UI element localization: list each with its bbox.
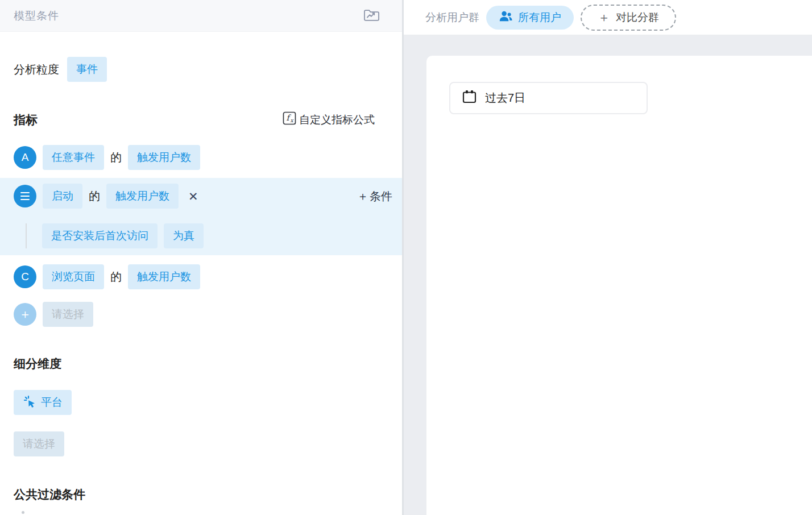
plus-icon: ＋ <box>19 308 31 321</box>
dimension-label: 平台 <box>41 395 63 410</box>
custom-formula-link[interactable]: f x 自定义指标公式 <box>283 111 375 128</box>
menu-icon <box>20 192 30 201</box>
folder-chart-icon <box>362 7 380 24</box>
plus-icon: ＋ <box>357 189 368 204</box>
panel-header: 模型条件 <box>0 0 402 32</box>
model-conditions-panel: 模型条件 分析粒度 事件 指标 <box>0 0 402 515</box>
condition-operator-tag[interactable]: 为真 <box>164 223 204 248</box>
metric-row-b: 启动 的 触发用户数 ✕ ＋ 条件 <box>0 184 402 209</box>
measure-tag[interactable]: 触发用户数 <box>128 264 200 289</box>
event-tag[interactable]: 启动 <box>43 184 82 209</box>
metric-badge-c[interactable]: C <box>14 265 36 288</box>
audience-toolbar: 分析用户群 所有用户 ＋ 对比分群 <box>404 0 812 35</box>
all-users-label: 所有用户 <box>518 10 561 25</box>
drag-handle-badge[interactable] <box>14 185 36 207</box>
partial-add-icon <box>22 511 24 514</box>
results-content: 过去7日 <box>404 35 812 515</box>
event-tag[interactable]: 浏览页面 <box>43 264 104 289</box>
add-metric-button[interactable]: ＋ <box>14 303 36 326</box>
users-icon <box>499 10 513 25</box>
fx-formula-icon: f x <box>283 111 296 128</box>
measure-tag[interactable]: 触发用户数 <box>128 145 200 170</box>
close-icon[interactable]: ✕ <box>188 190 198 202</box>
condition-property-tag[interactable]: 是否安装后首次访问 <box>42 223 158 248</box>
metrics-header: 指标 f x 自定义指标公式 <box>0 111 402 128</box>
results-panel: 分析用户群 所有用户 ＋ 对比分群 <box>404 0 812 515</box>
panel-title: 模型条件 <box>14 9 59 23</box>
granularity-value-tag[interactable]: 事件 <box>67 57 107 82</box>
dimensions-heading: 细分维度 <box>0 356 402 372</box>
date-range-button[interactable]: 过去7日 <box>449 82 648 114</box>
connector-label: 的 <box>110 150 122 165</box>
add-condition-button[interactable]: ＋ 条件 <box>357 189 402 204</box>
compare-cohort-label: 对比分群 <box>616 10 659 25</box>
audience-label: 分析用户群 <box>425 10 479 25</box>
all-users-pill[interactable]: 所有用户 <box>486 6 574 30</box>
granularity-row: 分析粒度 事件 <box>0 57 402 82</box>
metric-row-a: A 任意事件 的 触发用户数 <box>0 145 402 170</box>
dimension-placeholder-tag[interactable]: 请选择 <box>14 431 64 456</box>
measure-tag[interactable]: 触发用户数 <box>106 184 179 209</box>
save-report-button[interactable] <box>362 7 380 24</box>
dimension-placeholder-row: 请选择 <box>0 431 402 456</box>
metric-badge-a[interactable]: A <box>14 146 36 169</box>
dimension-row: 平台 <box>0 390 402 415</box>
compare-cohort-pill[interactable]: ＋ 对比分群 <box>581 5 676 31</box>
cursor-click-icon <box>23 394 36 411</box>
dimension-platform-tag[interactable]: 平台 <box>14 390 72 415</box>
panel-body: 分析粒度 事件 指标 f x 自定义指标公式 <box>0 32 402 502</box>
results-card: 过去7日 <box>426 56 812 515</box>
filters-heading: 公共过滤条件 <box>0 487 402 502</box>
metric-row-c: C 浏览页面 的 触发用户数 <box>0 264 402 289</box>
custom-formula-label: 自定义指标公式 <box>299 113 375 127</box>
event-analysis-app: 模型条件 分析粒度 事件 指标 <box>0 0 812 515</box>
plus-icon: ＋ <box>598 9 610 26</box>
calendar-icon <box>462 89 477 107</box>
granularity-label: 分析粒度 <box>14 62 59 77</box>
date-range-label: 过去7日 <box>485 90 525 106</box>
condition-row: 是否安装后首次访问 为真 <box>26 223 402 248</box>
metric-placeholder-tag[interactable]: 请选择 <box>43 302 93 327</box>
event-tag[interactable]: 任意事件 <box>43 145 104 170</box>
add-condition-label: 条件 <box>370 189 392 204</box>
connector-label: 的 <box>110 269 122 285</box>
svg-text:x: x <box>290 118 293 123</box>
metrics-heading: 指标 <box>14 112 38 128</box>
metric-group-b: 启动 的 触发用户数 ✕ ＋ 条件 是否安装后首次访问 为真 <box>0 178 402 255</box>
connector-label: 的 <box>89 189 100 204</box>
add-metric-row: ＋ 请选择 <box>0 302 402 327</box>
